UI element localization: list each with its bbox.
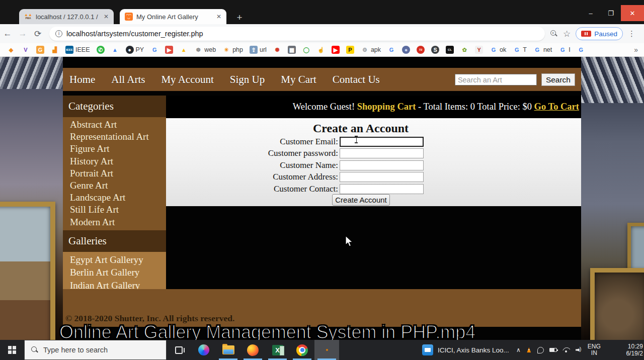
close-button[interactable]: ✕ (621, 5, 644, 21)
gallery-item[interactable]: Egypt Art Galleryy (63, 253, 166, 266)
create-account-button[interactable]: Create Account (332, 194, 390, 206)
taskbar-app-excel[interactable]: X (265, 340, 290, 360)
bookmark-9[interactable]: G (150, 46, 158, 54)
nav-item-all-arts[interactable]: All Arts (111, 73, 145, 86)
browser-address-bar: ← → ⟳ i + ☆ Paused ⋮ (0, 24, 644, 43)
taskbar-app-firefox[interactable] (240, 340, 265, 360)
bookmark-30[interactable]: GT (513, 46, 527, 54)
url-input[interactable] (66, 30, 539, 38)
bookmark-22[interactable]: G (387, 46, 395, 54)
tab-art-gallery[interactable]: ◠◠◡ My Online Art Gallery ✕ (120, 9, 226, 24)
bookmark-1[interactable]: ◆ (7, 46, 15, 54)
bookmark-27[interactable]: ✿ (460, 46, 468, 54)
category-item[interactable]: Portrait Art (63, 167, 166, 179)
bookmark-2[interactable]: V (22, 46, 30, 54)
language-indicator[interactable]: ENG IN (588, 343, 601, 356)
input-customer-password[interactable] (340, 148, 424, 158)
bookmark-favicon: ☀ (222, 46, 230, 54)
extension-paused-badge[interactable]: Paused (576, 27, 623, 40)
bookmark-16[interactable]: ▦ (288, 46, 296, 54)
input-customer-name[interactable] (340, 160, 424, 170)
browser-menu-icon[interactable]: ⋮ (628, 29, 635, 38)
tab-close-icon[interactable]: ✕ (215, 13, 222, 20)
bookmark-favicon: ☸ (194, 46, 202, 54)
bookmark-28[interactable]: Y (475, 46, 483, 54)
bookmark-32[interactable]: GI (558, 46, 570, 54)
category-item[interactable]: Still Life Art (63, 204, 166, 216)
bookmark-star-icon[interactable]: ☆ (563, 29, 571, 39)
more-bookmarks-icon[interactable]: » (634, 46, 638, 54)
tray-chevron-icon[interactable]: ∧ (516, 346, 521, 353)
nav-item-contact-us[interactable]: Contact Us (333, 73, 380, 86)
nav-item-my-account[interactable]: My Account (161, 73, 213, 86)
nav-item-home[interactable]: Home (69, 73, 95, 86)
tab-phpmyadmin[interactable]: ▲▲PMA localhost / 127.0.0.1 / project / … (19, 9, 114, 24)
bookmark-7[interactable]: ▲ (111, 46, 119, 54)
news-widget[interactable]: ICICI, Axis Banks Loo... (422, 344, 510, 355)
bookmark-11[interactable]: ▲ (180, 46, 188, 54)
nav-item-my-cart[interactable]: My Cart (281, 73, 316, 86)
vlc-tray-icon[interactable] (526, 347, 532, 352)
tab-close-icon[interactable]: ✕ (103, 13, 110, 20)
taskbar-search[interactable]: Type here to search (24, 340, 167, 360)
restore-button[interactable]: ❐ (601, 5, 621, 21)
taskbar-app-file-explorer[interactable] (216, 340, 240, 360)
taskbar-clock[interactable]: 10:29 6/19/2 (608, 343, 643, 357)
bookmark-6[interactable]: ✆ (97, 46, 105, 54)
new-tab-button[interactable]: + (232, 11, 247, 24)
bookmark-26[interactable]: CL (446, 46, 454, 54)
category-item[interactable]: Genre Art (63, 179, 166, 192)
bookmark-label: apk (371, 46, 381, 53)
taskbar-app-chrome[interactable] (290, 340, 314, 360)
volume-icon[interactable] (576, 347, 583, 353)
bookmark-4[interactable]: ▟ (51, 46, 59, 54)
category-item[interactable]: History Art (63, 155, 166, 167)
bookmark-25[interactable]: S (431, 46, 439, 54)
art-search-button[interactable]: Search (541, 73, 575, 86)
category-item[interactable]: Abstract Art (63, 119, 166, 131)
art-search-input[interactable] (455, 74, 537, 85)
bookmark-21[interactable]: ⚙apk (361, 46, 381, 54)
category-item[interactable]: Landscape Art (63, 192, 166, 204)
bookmark-18[interactable]: ☝ (317, 46, 325, 54)
onedrive-tray-icon[interactable] (537, 347, 544, 353)
bookmark-15[interactable]: ✺ (273, 46, 281, 54)
bookmark-19[interactable]: ▶ (332, 46, 340, 54)
battery-icon[interactable] (549, 348, 557, 352)
input-customer-contact[interactable] (340, 184, 424, 194)
start-button[interactable] (0, 340, 24, 360)
bookmark-5[interactable]: IEEEIEEE (65, 46, 90, 54)
input-customer-address[interactable] (340, 172, 424, 182)
forward-icon[interactable]: → (15, 29, 30, 39)
zoom-icon[interactable]: + (550, 30, 558, 38)
gallery-item[interactable]: Berlin Art Gallery (63, 266, 166, 279)
wifi-icon[interactable] (562, 347, 570, 353)
bookmark-31[interactable]: Gnet (533, 46, 552, 54)
go-to-cart-link[interactable]: Go To Cart (534, 102, 579, 112)
bookmark-13[interactable]: ☀php (222, 46, 243, 54)
bookmark-14[interactable]: ⇪url (250, 46, 267, 54)
bookmark-29[interactable]: Gok (490, 46, 506, 54)
bookmark-12[interactable]: ☸web (194, 46, 216, 54)
bookmark-33[interactable]: G (577, 46, 585, 54)
bookmark-10[interactable]: ▶ (165, 46, 173, 54)
site-info-icon[interactable]: i (55, 30, 62, 37)
back-icon[interactable]: ← (0, 29, 15, 39)
bookmark-3[interactable]: G (36, 46, 44, 54)
category-item[interactable]: Representational Art (63, 131, 166, 143)
input-customer-email[interactable] (340, 137, 424, 147)
category-item[interactable]: Modern Art (63, 216, 166, 228)
minimize-button[interactable]: – (581, 5, 601, 21)
bookmark-24[interactable]: 72 (417, 46, 425, 54)
bookmark-8[interactable]: ●PY (126, 46, 144, 54)
bookmark-20[interactable]: P (346, 46, 354, 54)
category-item[interactable]: Figure Art (63, 143, 166, 155)
reload-icon[interactable]: ⟳ (30, 29, 45, 39)
taskbar-app-vlc[interactable] (314, 340, 339, 360)
nav-item-sign-up[interactable]: Sign Up (230, 73, 265, 86)
bookmark-17[interactable]: ◯ (302, 46, 310, 54)
taskbar-app-task-view[interactable] (167, 340, 191, 360)
omnibox[interactable]: i (49, 27, 545, 41)
taskbar-app-copilot[interactable] (191, 340, 216, 360)
bookmark-23[interactable]: ● (402, 46, 410, 54)
